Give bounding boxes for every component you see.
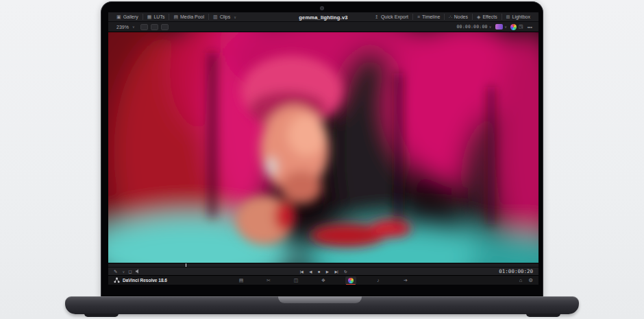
lightbox-label: Lightbox <box>512 14 530 19</box>
tab-cut-page[interactable]: ✂ <box>263 276 274 285</box>
laptop-screen-bezel: ▣ Gallery ▦ LUTs ▤ Media Pool <box>101 1 543 297</box>
lid-notch <box>278 296 362 303</box>
tab-edit-page[interactable]: ◫ <box>290 276 301 285</box>
deliver-page-icon: ➔ <box>404 278 408 283</box>
nodes-icon: ∴ <box>449 14 451 20</box>
scopes-icon[interactable] <box>495 24 503 29</box>
toolbar-left-group: ▣ Gallery ▦ LUTs ▤ Media Pool <box>112 12 240 21</box>
fusion-page-icon: ❖ <box>321 278 325 283</box>
zoom-level-dropdown[interactable]: 239% ∨ <box>112 22 139 32</box>
chevron-down-icon: ∨ <box>489 25 492 29</box>
quick-export-label: Quick Export <box>381 14 408 19</box>
timeline-icon: ≡ <box>417 14 420 19</box>
luts-label: LUTs <box>153 14 164 19</box>
effects-icon: ◈ <box>477 14 480 20</box>
split-view-button[interactable] <box>151 24 158 30</box>
play-button[interactable]: ▶ <box>326 270 329 274</box>
step-back-button[interactable]: ◀ <box>309 270 312 274</box>
gallery-button[interactable]: ▣ Gallery <box>112 12 143 21</box>
project-title: gemma_lighting.v3 <box>299 14 347 21</box>
viewer-mode-button[interactable] <box>140 24 148 30</box>
color-page-icon <box>348 278 354 283</box>
cut-page-icon: ✂ <box>267 278 271 283</box>
viewer-toolbar: 239% ∨ Timeline 1 ∨ 00:00:00:00 <box>108 22 538 32</box>
laptop-foot <box>84 314 119 317</box>
chevron-down-icon: ∨ <box>234 15 236 19</box>
tab-fairlight-page[interactable]: ♪ <box>373 276 384 285</box>
lightbox-button[interactable]: ⊞ Lightbox <box>502 12 534 21</box>
go-to-last-frame-button[interactable]: ▶| <box>335 270 338 274</box>
loop-button[interactable]: ↻ <box>344 270 347 274</box>
quick-export-icon: ↥ <box>375 14 379 20</box>
color-wheel-icon[interactable] <box>510 24 517 30</box>
chevron-down-icon: ∨ <box>504 25 507 29</box>
luts-icon: ▦ <box>147 14 152 20</box>
macbook-pro: ▣ Gallery ▦ LUTs ▤ Media Pool <box>0 0 644 319</box>
tab-deliver-page[interactable]: ➔ <box>400 276 411 285</box>
gallery-label: Gallery <box>123 14 138 19</box>
top-toolbar: ▣ Gallery ▦ LUTs ▤ Media Pool <box>108 12 538 22</box>
go-to-first-frame-button[interactable]: |◀ <box>300 270 304 274</box>
tab-color-page[interactable] <box>345 276 356 285</box>
expand-icon[interactable]: ◳ <box>517 24 525 29</box>
quick-export-button[interactable]: ↥ Quick Export <box>371 12 412 21</box>
zoom-level-value: 239% <box>116 25 129 29</box>
transport-bar: ✎ ∨ ◻ |◀ ◀ ■ ▶ ▶| ↻ 01:00:00:20 <box>108 267 538 275</box>
effects-button[interactable]: ◈ Effects <box>473 12 501 21</box>
clips-icon: ▥ <box>213 14 218 20</box>
page-tabs: ▤ ✂ ◫ ❖ ♪ ➔ <box>108 276 538 285</box>
media-page-icon: ▤ <box>239 278 244 283</box>
compare-button[interactable] <box>161 24 169 30</box>
graded-footage-image <box>108 32 538 263</box>
tab-fusion-page[interactable]: ❖ <box>318 276 329 285</box>
lightbox-icon: ⊞ <box>506 14 510 20</box>
clips-button[interactable]: ▥ Clips ∨ <box>209 12 240 21</box>
laptop-base <box>65 296 579 314</box>
source-timecode: 00:00:00:00 <box>456 24 487 29</box>
timeline-label: Timeline <box>422 14 440 19</box>
gallery-icon: ▣ <box>116 14 121 20</box>
nodes-label: Nodes <box>454 14 468 19</box>
fairlight-page-icon: ♪ <box>377 278 380 283</box>
viewer-canvas[interactable] <box>108 32 538 263</box>
toolbar-right-group: ↥ Quick Export ≡ Timeline ∴ Nodes <box>371 12 534 21</box>
davinci-resolve-window: ▣ Gallery ▦ LUTs ▤ Media Pool <box>108 12 538 285</box>
page-bar: DaVinci Resolve 18.6 ▤ ✂ ◫ ❖ ♪ ➔ ⌂ ⚙ <box>108 275 538 285</box>
timeline-view-button[interactable]: ≡ Timeline <box>413 12 444 21</box>
luts-button[interactable]: ▦ LUTs <box>143 12 169 21</box>
edit-page-icon: ◫ <box>294 278 299 283</box>
clips-label: Clips <box>220 14 231 19</box>
webcam-icon <box>321 7 323 10</box>
stop-button[interactable]: ■ <box>318 270 320 274</box>
effects-label: Effects <box>482 14 497 19</box>
media-pool-icon: ▤ <box>173 14 178 20</box>
media-pool-button[interactable]: ▤ Media Pool <box>169 12 208 21</box>
media-pool-label: Media Pool <box>180 14 204 19</box>
nodes-button[interactable]: ∴ Nodes <box>445 12 472 21</box>
chevron-down-icon: ∨ <box>132 25 135 29</box>
laptop-foot <box>526 314 560 317</box>
more-options-button[interactable]: ••• <box>525 25 534 29</box>
tab-media-page[interactable]: ▤ <box>236 276 247 285</box>
